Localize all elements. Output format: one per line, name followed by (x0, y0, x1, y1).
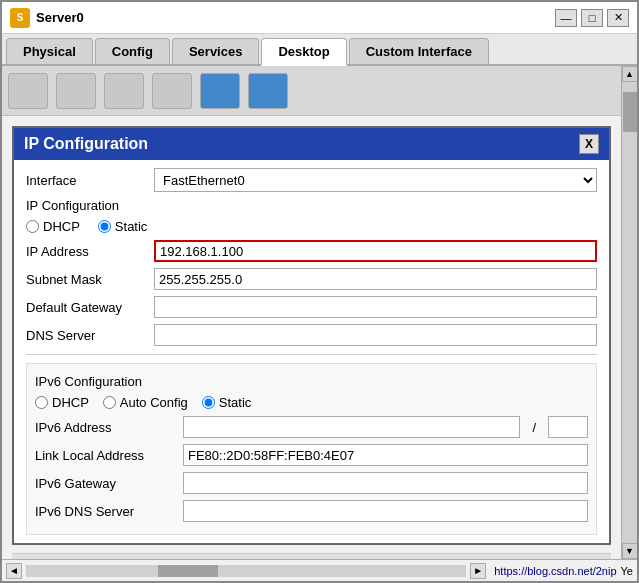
status-url: https://blog.csdn.net/2nip (494, 565, 616, 577)
ip-address-label: IP Address (26, 244, 146, 259)
interface-label: Interface (26, 173, 146, 188)
ipv6-gateway-input[interactable] (183, 472, 588, 494)
ipv6-address-row: IPv6 Address / (35, 416, 588, 438)
tab-config[interactable]: Config (95, 38, 170, 64)
ipv6-mode-row: DHCP Auto Config Static (35, 395, 588, 410)
ipv6-dhcp-radio[interactable] (35, 396, 48, 409)
ip-config-title: IP Configuration (24, 135, 148, 153)
dhcp-radio-group: DHCP (26, 219, 80, 234)
vertical-scrollbar[interactable]: ▲ ▼ (621, 66, 637, 559)
tab-bar: Physical Config Services Desktop Custom … (2, 34, 637, 66)
ipv6-auto-radio[interactable] (103, 396, 116, 409)
scroll-left-button[interactable]: ◄ (6, 563, 22, 579)
icon-2 (56, 73, 96, 109)
scroll-thumb-v[interactable] (623, 92, 637, 132)
ipv6-auto-label: Auto Config (120, 395, 188, 410)
scroll-up-button[interactable]: ▲ (622, 66, 638, 82)
icons-bar (2, 66, 621, 116)
link-local-input[interactable] (183, 444, 588, 466)
dhcp-radio[interactable] (26, 220, 39, 233)
static-radio[interactable] (98, 220, 111, 233)
ipv6-address-input[interactable] (183, 416, 520, 438)
ipv6-prefix-input[interactable] (548, 416, 588, 438)
ipv4-mode-row: DHCP Static (26, 219, 597, 234)
interface-select[interactable]: FastEthernet0 (154, 168, 597, 192)
ipv6-dhcp-radio-group: DHCP (35, 395, 89, 410)
tab-custom-interface[interactable]: Custom Interface (349, 38, 489, 64)
ip-config-close-button[interactable]: X (579, 134, 599, 154)
interface-row: Interface FastEthernet0 (26, 168, 597, 192)
scroll-down-button[interactable]: ▼ (622, 543, 638, 559)
scroll-right-button[interactable]: ► (470, 563, 486, 579)
static-label: Static (115, 219, 148, 234)
title-bar: S Server0 — □ ✕ (2, 2, 637, 34)
ipv6-dns-label: IPv6 DNS Server (35, 504, 175, 519)
ipv6-gateway-label: IPv6 Gateway (35, 476, 175, 491)
window-title: Server0 (36, 10, 555, 25)
app-icon: S (10, 8, 30, 28)
ipv6-dns-row: IPv6 DNS Server (35, 500, 588, 522)
static-radio-group: Static (98, 219, 148, 234)
panel-area: IP Configuration X Interface FastEtherne… (2, 116, 621, 559)
dns-server-label: DNS Server (26, 328, 146, 343)
default-gateway-row: Default Gateway (26, 296, 597, 318)
scroll-thumb-h[interactable] (158, 565, 218, 577)
ipv6-slash: / (528, 420, 540, 435)
icon-3 (104, 73, 144, 109)
ipv6-dns-input[interactable] (183, 500, 588, 522)
ip-config-section-label: IP Configuration (26, 198, 597, 213)
ipv6-static-radio[interactable] (202, 396, 215, 409)
window-close-button[interactable]: ✕ (607, 9, 629, 27)
ip-address-row: IP Address (26, 240, 597, 262)
icon-6 (248, 73, 288, 109)
link-local-row: Link Local Address (35, 444, 588, 466)
section-divider (26, 354, 597, 355)
dhcp-label: DHCP (43, 219, 80, 234)
connector-label: Connector (12, 553, 611, 559)
ipv6-auto-radio-group: Auto Config (103, 395, 188, 410)
ipv6-gateway-row: IPv6 Gateway (35, 472, 588, 494)
scroll-track-h[interactable] (26, 565, 466, 577)
subnet-mask-label: Subnet Mask (26, 272, 146, 287)
tab-physical[interactable]: Physical (6, 38, 93, 64)
window-controls: — □ ✕ (555, 9, 629, 27)
scroll-track-v[interactable] (622, 82, 637, 543)
default-gateway-label: Default Gateway (26, 300, 146, 315)
ipv6-section-label: IPv6 Configuration (35, 374, 588, 389)
ip-config-panel: IP Configuration X Interface FastEtherne… (12, 126, 611, 545)
tab-services[interactable]: Services (172, 38, 260, 64)
ip-config-body: Interface FastEthernet0 IP Configuration (14, 160, 609, 543)
ipv6-static-label: Static (219, 395, 252, 410)
link-local-label: Link Local Address (35, 448, 175, 463)
ipv6-static-radio-group: Static (202, 395, 252, 410)
icon-1 (8, 73, 48, 109)
ipv6-dhcp-label: DHCP (52, 395, 89, 410)
dns-server-input[interactable] (154, 324, 597, 346)
status-bar: ◄ ► https://blog.csdn.net/2nip Ye (2, 559, 637, 581)
ip-config-header: IP Configuration X (14, 128, 609, 160)
tab-desktop[interactable]: Desktop (261, 38, 346, 66)
subnet-mask-input[interactable] (154, 268, 597, 290)
main-window: S Server0 — □ ✕ Physical Config Services… (0, 0, 639, 583)
minimize-button[interactable]: — (555, 9, 577, 27)
icon-5 (200, 73, 240, 109)
icon-4 (152, 73, 192, 109)
ip-address-input[interactable] (154, 240, 597, 262)
maximize-button[interactable]: □ (581, 9, 603, 27)
dns-server-row: DNS Server (26, 324, 597, 346)
status-suffix: Ye (621, 565, 633, 577)
default-gateway-input[interactable] (154, 296, 597, 318)
ipv6-section: IPv6 Configuration DHCP Auto Config (26, 363, 597, 535)
subnet-mask-row: Subnet Mask (26, 268, 597, 290)
ipv6-address-label: IPv6 Address (35, 420, 175, 435)
